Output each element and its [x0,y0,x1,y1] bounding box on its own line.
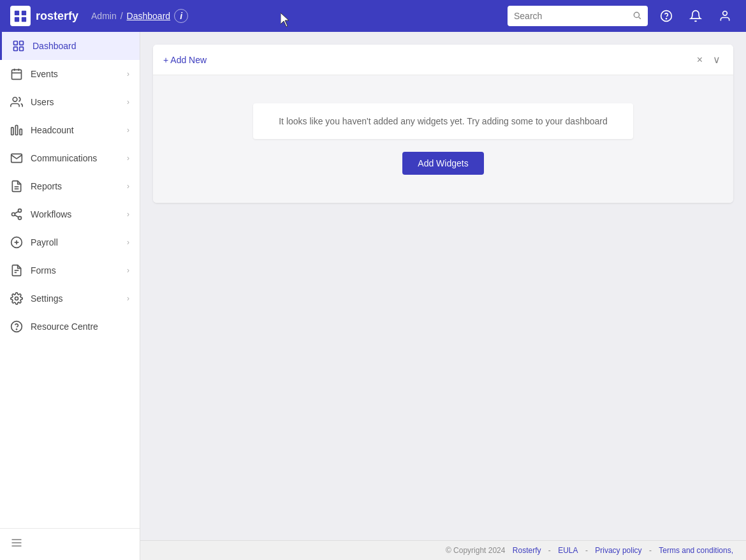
svg-point-33 [15,297,18,300]
workflows-icon [10,208,23,221]
svg-rect-0 [15,11,19,15]
logo-text: rosterfy [36,10,78,23]
chevron-right-icon: › [127,70,129,78]
headcount-icon [10,124,23,136]
breadcrumb-admin: Admin [91,11,117,21]
sidebar-toggle-button[interactable] [0,528,140,560]
chevron-right-icon: › [127,238,129,247]
svg-rect-12 [20,47,24,51]
footer-privacy[interactable]: Privacy policy [595,546,641,555]
sidebar-item-workflows[interactable]: Workflows › [0,200,140,228]
footer-sep2: - [585,546,588,555]
footer-terms[interactable]: Terms and conditions, [659,546,733,555]
panel-close-button[interactable]: × [694,53,705,67]
svg-line-26 [15,215,18,217]
events-icon [10,68,23,80]
svg-point-24 [12,213,15,216]
chevron-right-icon: › [127,126,129,135]
svg-rect-10 [20,41,24,45]
sidebar-item-settings[interactable]: Settings › [0,284,140,313]
sidebar-item-label: Reports [31,181,119,191]
chevron-right-icon: › [127,182,129,191]
chevron-right-icon: › [127,98,129,107]
svg-rect-9 [14,41,18,45]
footer-brand[interactable]: Rosterfy [513,546,541,555]
empty-state-message: It looks like you haven't added any widg… [253,103,633,139]
sidebar-item-forms[interactable]: Forms › [0,256,140,284]
search-bar[interactable] [508,6,648,26]
svg-rect-11 [14,47,18,51]
sidebar-item-payroll[interactable]: Payroll › [0,228,140,256]
svg-point-25 [18,216,22,219]
sidebar-item-reports[interactable]: Reports › [0,172,140,200]
footer-copyright: © Copyright 2024 [446,546,506,555]
svg-point-8 [723,11,728,16]
breadcrumb-separator: / [121,11,123,21]
sidebar-item-users[interactable]: Users › [0,88,140,116]
footer: © Copyright 2024 Rosterfy - EULA - Priva… [140,540,746,560]
communications-icon [10,152,23,165]
chevron-right-icon: › [127,210,129,219]
sidebar-item-label: Communications [31,153,119,163]
footer-eula[interactable]: EULA [558,546,578,555]
sidebar-item-label: Users [31,97,119,107]
chevron-right-icon: › [127,154,129,163]
sidebar-item-label: Dashboard [33,41,129,51]
svg-rect-2 [15,17,19,22]
panel-collapse-button[interactable]: ∨ [710,52,723,67]
svg-rect-19 [15,126,17,135]
search-icon [633,11,641,22]
sidebar-item-label: Headcount [31,125,119,135]
chevron-right-icon: › [127,294,129,303]
settings-icon [10,292,23,305]
top-navigation: rosterfy Admin / Dashboard i [0,0,746,32]
panel-body: It looks like you haven't added any widg… [153,75,733,203]
svg-point-17 [13,98,17,102]
help-button[interactable] [655,5,677,27]
user-menu-button[interactable] [714,5,736,27]
sidebar-item-label: Forms [31,265,119,276]
dashboard-panel: + Add New × ∨ It looks like you haven't … [153,45,733,203]
sidebar-item-label: Workflows [31,209,119,219]
dashboard-content: + Add New × ∨ It looks like you haven't … [140,32,746,540]
sidebar: Dashboard Events › [0,32,140,560]
svg-line-27 [15,211,18,213]
payroll-icon [10,236,23,249]
sidebar-item-headcount[interactable]: Headcount › [0,116,140,144]
sidebar-item-events[interactable]: Events › [0,60,140,88]
svg-rect-3 [22,17,26,22]
svg-point-4 [634,12,639,17]
users-icon [10,96,23,108]
menu-icon [10,536,23,552]
breadcrumb: Admin / Dashboard i [91,9,188,23]
main-layout: Dashboard Events › [0,32,746,560]
main-content-area: + Add New × ∨ It looks like you haven't … [140,32,746,560]
svg-rect-18 [11,128,13,135]
sidebar-item-label: Settings [31,293,119,304]
svg-point-23 [18,209,22,212]
info-icon[interactable]: i [174,9,188,23]
sidebar-item-communications[interactable]: Communications › [0,144,140,172]
sidebar-item-resource-centre[interactable]: Resource Centre [0,313,140,341]
add-new-button[interactable]: + Add New [163,55,694,65]
breadcrumb-dashboard[interactable]: Dashboard [127,11,171,21]
svg-line-5 [639,17,641,18]
sidebar-item-dashboard[interactable]: Dashboard [0,32,140,60]
dashboard-icon [12,40,25,52]
chevron-right-icon: › [127,266,129,275]
sidebar-item-label: Resource Centre [31,321,129,332]
search-input[interactable] [514,11,629,21]
svg-rect-13 [12,70,22,79]
svg-rect-1 [22,11,26,15]
notifications-button[interactable] [685,5,706,27]
logo-icon [10,6,31,26]
panel-header: + Add New × ∨ [153,45,733,75]
add-widgets-button[interactable]: Add Widgets [402,152,483,175]
footer-sep1: - [548,546,551,555]
sidebar-item-label: Payroll [31,237,119,247]
footer-sep3: - [649,546,652,555]
svg-rect-20 [20,129,22,135]
reports-icon [10,180,23,193]
sidebar-item-label: Events [31,69,119,79]
logo[interactable]: rosterfy [10,6,78,26]
